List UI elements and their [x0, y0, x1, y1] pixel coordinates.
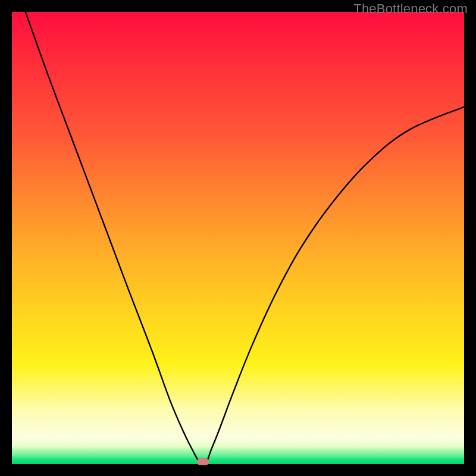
watermark-label: TheBottleneck.com: [353, 1, 468, 17]
plot-area: [12, 12, 464, 464]
chart-frame: TheBottleneck.com: [0, 0, 476, 476]
bottleneck-curve: [26, 12, 464, 464]
curve-svg: [12, 12, 464, 464]
optimal-marker: [197, 458, 209, 465]
